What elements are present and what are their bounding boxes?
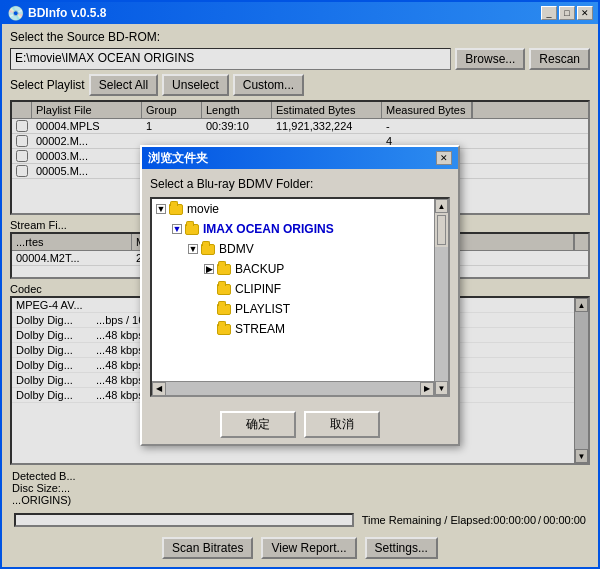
minimize-button[interactable]: _ xyxy=(541,6,557,20)
tree-item-clipinf[interactable]: CLIPINF xyxy=(152,279,448,299)
tree-scrollbar[interactable]: ▲ ▼ xyxy=(434,199,448,395)
folder-icon-backup xyxy=(216,261,232,277)
tree-label-imax: IMAX OCEAN ORIGINS xyxy=(203,222,334,236)
window-content: Select the Source BD-ROM: E:\movie\IMAX … xyxy=(2,24,598,567)
tree-scroll-thumb[interactable] xyxy=(437,215,446,245)
folder-icon-movie xyxy=(168,201,184,217)
tree-item-stream[interactable]: STREAM xyxy=(152,319,448,339)
dialog-title-text: 浏览文件夹 xyxy=(148,150,208,167)
tree-item-imax[interactable]: ▼ IMAX OCEAN ORIGINS xyxy=(152,219,448,239)
hscroll-right[interactable]: ▶ xyxy=(420,382,434,396)
close-button[interactable]: ✕ xyxy=(577,6,593,20)
tree-scroll-up[interactable]: ▲ xyxy=(435,199,448,213)
tree-label-stream: STREAM xyxy=(235,322,285,336)
dialog-prompt: Select a Blu-ray BDMV Folder: xyxy=(150,177,450,191)
dialog-title-bar: 浏览文件夹 ✕ xyxy=(142,147,458,169)
tree-label-movie: movie xyxy=(187,202,219,216)
tree-item-backup[interactable]: ▶ BACKUP xyxy=(152,259,448,279)
maximize-button[interactable]: □ xyxy=(559,6,575,20)
window-title: BDInfo v.0.5.8 xyxy=(28,6,106,20)
folder-icon-playlist xyxy=(216,301,232,317)
title-bar: 💿 BDInfo v.0.5.8 _ □ ✕ xyxy=(2,2,598,24)
tree-item-movie[interactable]: ▼ movie xyxy=(152,199,448,219)
dialog-close-button[interactable]: ✕ xyxy=(436,151,452,165)
tree-item-bdmv[interactable]: ▼ BDMV xyxy=(152,239,448,259)
tree-item-playlist[interactable]: PLAYLIST xyxy=(152,299,448,319)
tree-label-playlist: PLAYLIST xyxy=(235,302,290,316)
folder-icon-imax xyxy=(184,221,200,237)
expand-imax[interactable]: ▼ xyxy=(172,224,182,234)
folder-icon-bdmv xyxy=(200,241,216,257)
expand-bdmv[interactable]: ▼ xyxy=(188,244,198,254)
expand-backup[interactable]: ▶ xyxy=(204,264,214,274)
tree-scroll-track xyxy=(435,247,448,381)
tree-hscrollbar[interactable]: ◀ ▶ xyxy=(152,381,434,395)
folder-tree[interactable]: ▼ movie ▼ IMAX OCEAN ORIG xyxy=(150,197,450,397)
dialog-cancel-button[interactable]: 取消 xyxy=(304,411,380,438)
tree-label-clipinf: CLIPINF xyxy=(235,282,281,296)
expand-movie[interactable]: ▼ xyxy=(156,204,166,214)
folder-icon-stream xyxy=(216,321,232,337)
window-controls: _ □ ✕ xyxy=(541,6,593,20)
tree-scroll-down[interactable]: ▼ xyxy=(435,381,448,395)
main-window: 💿 BDInfo v.0.5.8 _ □ ✕ Select the Source… xyxy=(0,0,600,569)
hscroll-left[interactable]: ◀ xyxy=(152,382,166,396)
tree-label-bdmv: BDMV xyxy=(219,242,254,256)
dialog-footer: 确定 取消 xyxy=(142,405,458,444)
tree-label-backup: BACKUP xyxy=(235,262,284,276)
dialog-overlay: 浏览文件夹 ✕ Select a Blu-ray BDMV Folder: ▼ xyxy=(2,24,598,567)
dialog-body: Select a Blu-ray BDMV Folder: ▼ movie xyxy=(142,169,458,405)
browse-folder-dialog: 浏览文件夹 ✕ Select a Blu-ray BDMV Folder: ▼ xyxy=(140,145,460,446)
hscroll-track xyxy=(166,382,420,395)
dialog-ok-button[interactable]: 确定 xyxy=(220,411,296,438)
folder-icon-clipinf xyxy=(216,281,232,297)
